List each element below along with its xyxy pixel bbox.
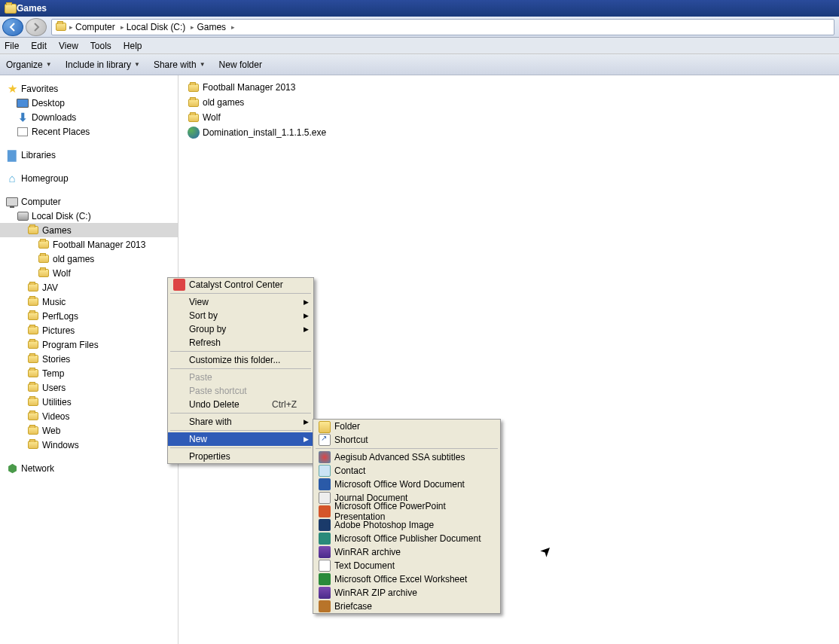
ctx-new-item[interactable]: Contact <box>313 464 500 478</box>
menu-file[interactable]: File <box>5 41 19 51</box>
journal-icon <box>319 492 331 504</box>
ctx-new-item[interactable]: Adobe Photoshop Image <box>313 518 500 532</box>
ctx-item-properties[interactable]: Properties <box>168 450 313 463</box>
sidebar-item-folder[interactable]: Users <box>0 380 178 395</box>
ctx-new-item[interactable]: Microsoft Office Excel Worksheet <box>313 572 500 586</box>
include-library-button[interactable]: Include in library▼ <box>66 60 140 70</box>
sidebar-item-folder[interactable]: PerfLogs <box>0 309 178 323</box>
sidebar-item-subfolder[interactable]: old games <box>0 252 178 266</box>
word-icon <box>319 478 331 490</box>
folder-icon <box>27 353 39 365</box>
libraries-header[interactable]: ▇Libraries <box>0 148 178 162</box>
title-bar: Games <box>0 0 839 17</box>
ctx-new-item[interactable]: Microsoft Office Publisher Document <box>313 532 500 545</box>
chevron-right-icon: ▸ <box>121 23 124 31</box>
recent-icon <box>17 126 29 138</box>
menu-tools[interactable]: Tools <box>90 41 111 51</box>
chevron-right-icon: ▶ <box>304 435 309 443</box>
menu-bar: File Edit View Tools Help <box>0 38 839 54</box>
sidebar-item-folder[interactable]: Web <box>0 423 178 438</box>
sidebar-item-folder[interactable]: Pictures <box>0 323 178 337</box>
sidebar-item-folder[interactable]: Utilities <box>0 395 178 409</box>
folder-icon <box>188 81 200 93</box>
menu-help[interactable]: Help <box>124 41 142 51</box>
ctx-item-catalyst[interactable]: Catalyst Control Center <box>168 278 313 291</box>
file-item[interactable]: old games <box>188 95 830 110</box>
chevron-right-icon: ▶ <box>304 312 309 319</box>
ctx-new-item[interactable]: Aegisub Advanced SSA subtitles <box>313 450 500 464</box>
catalyst-icon <box>173 279 185 291</box>
menu-edit[interactable]: Edit <box>31 41 47 51</box>
context-menu: Catalyst Control Center View▶ Sort by▶ G… <box>167 277 314 464</box>
menu-view[interactable]: View <box>59 41 78 51</box>
homegroup-header[interactable]: ⌂Homegroup <box>0 171 178 185</box>
sidebar-item-folder[interactable]: JAV <box>0 280 178 295</box>
sidebar-item-folder[interactable]: Program Files <box>0 337 178 352</box>
sidebar-item-desktop[interactable]: Desktop <box>0 96 178 110</box>
ctx-item-paste: Paste <box>168 371 313 384</box>
disk-icon <box>17 210 29 222</box>
breadcrumb-item[interactable]: Games <box>197 22 226 32</box>
sidebar-item-folder[interactable]: Music <box>0 295 178 309</box>
ctx-item-customize[interactable]: Customize this folder... <box>168 353 313 367</box>
ctx-new-item[interactable]: WinRAR archive <box>313 545 500 559</box>
separator <box>170 293 311 294</box>
sidebar-item-folder[interactable]: Stories <box>0 352 178 366</box>
chevron-right-icon: ▶ <box>304 418 309 426</box>
folder-icon <box>27 368 39 380</box>
rar-icon <box>319 587 331 599</box>
ctx-new-item[interactable]: Briefcase <box>313 600 500 613</box>
ctx-new-item[interactable]: WinRAR ZIP archive <box>313 586 500 600</box>
sidebar-item-folder[interactable]: Videos <box>0 409 178 423</box>
file-item[interactable]: Domination_install_1.1.1.5.exe <box>188 125 830 140</box>
ctx-item-view[interactable]: View▶ <box>168 295 313 309</box>
folder-icon <box>188 111 200 124</box>
ctx-new-item[interactable]: Text Document <box>313 559 500 572</box>
back-button[interactable] <box>2 18 23 36</box>
ctx-item-paste-shortcut: Paste shortcut <box>168 384 313 398</box>
chevron-down-icon: ▼ <box>134 61 140 68</box>
sidebar-item-folder[interactable]: Temp <box>0 366 178 380</box>
ctx-new-item[interactable]: Shortcut <box>313 433 500 447</box>
ctx-new-item[interactable]: Folder <box>313 420 500 433</box>
ctx-new-item[interactable]: Microsoft Office Word Document <box>313 478 500 491</box>
computer-header[interactable]: Computer <box>0 194 178 209</box>
file-item[interactable]: Football Manager 2013 <box>188 80 830 95</box>
ctx-item-undo[interactable]: Undo DeleteCtrl+Z <box>168 398 313 411</box>
ps-icon <box>319 519 331 531</box>
network-header[interactable]: ⬢Network <box>0 461 178 475</box>
sidebar-item-subfolder[interactable]: Football Manager 2013 <box>0 237 178 252</box>
breadcrumb-item[interactable]: Computer <box>75 22 115 32</box>
ctx-item-sort[interactable]: Sort by▶ <box>168 309 313 322</box>
ctx-item-new[interactable]: New▶ <box>168 432 313 446</box>
separator <box>170 351 311 352</box>
address-bar[interactable]: ▸ Computer ▸ Local Disk (C:) ▸ Games ▸ <box>51 19 834 35</box>
file-item[interactable]: Wolf <box>188 110 830 125</box>
new-folder-button[interactable]: New folder <box>219 60 262 70</box>
ctx-item-group[interactable]: Group by▶ <box>168 322 313 336</box>
favorites-header[interactable]: ★Favorites <box>0 81 178 96</box>
ctx-item-refresh[interactable]: Refresh <box>168 336 313 349</box>
sidebar-item-subfolder[interactable]: Wolf <box>0 266 178 280</box>
breadcrumb-item[interactable]: Local Disk (C:) <box>127 22 186 32</box>
chevron-right-icon: ▶ <box>304 298 309 306</box>
share-with-button[interactable]: Share with▼ <box>154 60 206 70</box>
separator <box>316 448 498 449</box>
sidebar-item-downloads[interactable]: ⬇Downloads <box>0 110 178 124</box>
folder-icon <box>27 282 39 294</box>
toolbar: Organize▼ Include in library▼ Share with… <box>0 54 839 75</box>
txt-icon <box>319 560 331 572</box>
sidebar-item-recent[interactable]: Recent Places <box>0 124 178 139</box>
folder-icon <box>38 239 50 251</box>
ctx-item-share[interactable]: Share with▶ <box>168 415 313 429</box>
folder-icon <box>27 310 39 322</box>
star-icon: ★ <box>6 83 18 95</box>
sidebar-item-localdisk[interactable]: Local Disk (C:) <box>0 209 178 223</box>
forward-button[interactable] <box>26 18 47 36</box>
sidebar-item-folder[interactable]: Windows <box>0 438 178 452</box>
ctx-new-item[interactable]: Microsoft Office PowerPoint Presentation <box>313 505 500 518</box>
contact-icon <box>319 465 331 477</box>
folder-icon <box>27 339 39 351</box>
sidebar-item-games[interactable]: Games <box>0 223 178 237</box>
organize-button[interactable]: Organize▼ <box>6 60 52 70</box>
